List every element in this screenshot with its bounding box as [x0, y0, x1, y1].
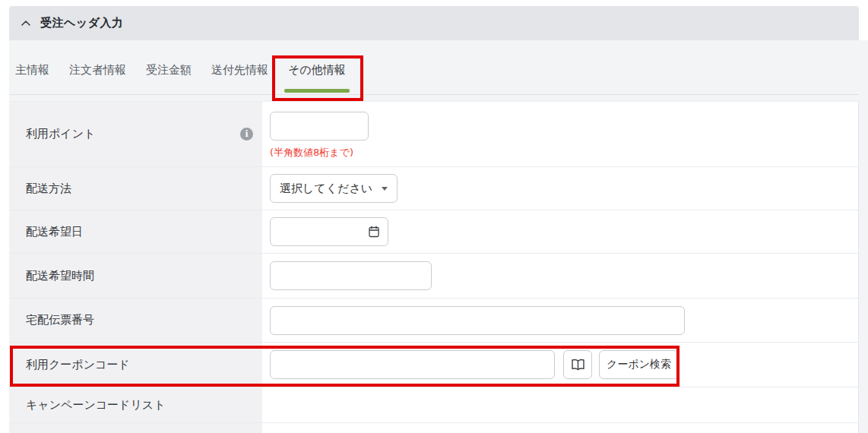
delivery-date-field [270, 217, 388, 246]
book-icon [571, 359, 585, 371]
form-table: 利用ポイント (半角数値8桁まで) 配送方法 選択してください 配送希望日 [9, 101, 859, 433]
campaign-code-list-value [262, 387, 858, 422]
tab-orderer-info[interactable]: 注文者情報 [69, 63, 126, 93]
coupon-code-input[interactable] [270, 350, 555, 379]
row-points-value-cell: (半角数値8桁まで) [262, 102, 858, 166]
row-campaign-code-list: キャンペーンコードリスト [9, 387, 858, 423]
row-points-label-cell: 利用ポイント [9, 102, 262, 166]
chevron-up-icon [21, 21, 30, 26]
tab-list: 主情報 注文者情報 受注金額 送付先情報 その他情報 [15, 63, 346, 93]
tab-order-amount[interactable]: 受注金額 [146, 63, 192, 93]
tab-main-info[interactable]: 主情報 [15, 63, 49, 93]
section-header-toggle[interactable]: 受注ヘッダ入力 [9, 6, 859, 40]
row-delivery-time: 配送希望時間 [9, 254, 858, 299]
row-campaign-code-list-label: キャンペーンコードリスト [26, 398, 166, 412]
points-input[interactable] [270, 112, 369, 141]
row-shipping-method: 配送方法 選択してください [9, 167, 858, 210]
section-title: 受注ヘッダ入力 [40, 16, 124, 30]
delivery-time-input[interactable] [270, 261, 432, 290]
tab-shipping-info[interactable]: 送付先情報 [211, 63, 268, 93]
chevron-down-icon [382, 187, 388, 191]
tracking-number-input[interactable] [270, 306, 685, 335]
info-icon[interactable] [240, 128, 253, 141]
row-coupon-code-label: 利用クーポンコード [26, 358, 130, 372]
coupon-master-lookup-button[interactable] [563, 350, 592, 379]
row-delivery-date: 配送希望日 [9, 210, 858, 254]
coupon-search-button[interactable]: クーポン検索 [599, 350, 679, 379]
row-coupon-code: 利用クーポンコード クーポン検索 [9, 343, 858, 387]
shipping-method-select[interactable]: 選択してください [270, 174, 398, 203]
row-delivery-time-label: 配送希望時間 [26, 269, 94, 283]
tab-other-info[interactable]: その他情報 [288, 63, 346, 93]
row-clipped [9, 423, 858, 433]
row-shipping-method-label: 配送方法 [26, 182, 71, 196]
row-points-label: 利用ポイント [26, 127, 95, 141]
calendar-icon[interactable] [368, 226, 380, 238]
tab-strip: 主情報 注文者情報 受注金額 送付先情報 その他情報 [9, 40, 868, 101]
order-entry-page: 受注ヘッダ入力 主情報 注文者情報 受注金額 送付先情報 その他情報 利用ポイン… [0, 0, 868, 433]
tab-strip-divider [9, 94, 859, 95]
row-points: 利用ポイント (半角数値8桁まで) [9, 102, 858, 167]
points-note: (半角数値8桁まで) [270, 146, 353, 160]
row-delivery-date-label: 配送希望日 [26, 225, 83, 239]
shipping-method-selected-value: 選択してください [280, 182, 372, 196]
row-tracking-number: 宅配伝票番号 [9, 299, 858, 343]
row-tracking-number-label: 宅配伝票番号 [26, 313, 94, 327]
right-gutter [859, 101, 868, 433]
